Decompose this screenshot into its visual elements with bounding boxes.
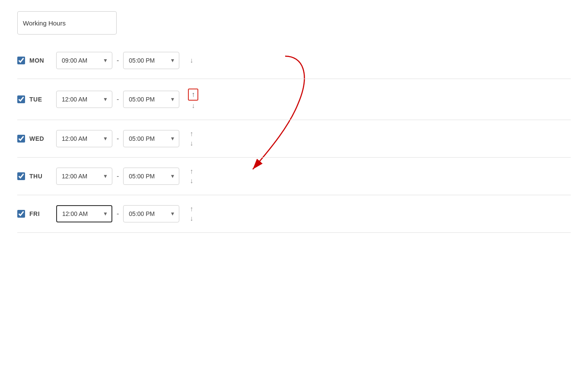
end-time-select-fri[interactable]: 12:00 AM12:30 AM01:00 AM01:30 AM02:00 AM… <box>123 205 179 222</box>
day-label-mon: MON <box>29 57 47 64</box>
checkbox-wrapper-fri: FRI <box>17 210 56 218</box>
checkbox-fri[interactable] <box>17 210 25 218</box>
down-button-fri[interactable]: ↓ <box>188 214 195 223</box>
start-time-select-tue[interactable]: 12:00 AM12:30 AM01:00 AM01:30 AM02:00 AM… <box>56 91 112 108</box>
day-row-fri: FRI12:00 AM12:30 AM01:00 AM01:30 AM02:00… <box>17 195 571 233</box>
checkbox-wrapper-wed: WED <box>17 135 56 143</box>
checkbox-wrapper-tue: TUE <box>17 95 56 103</box>
end-time-select-tue[interactable]: 12:00 AM12:30 AM01:00 AM01:30 AM02:00 AM… <box>123 91 179 108</box>
day-label-fri: FRI <box>29 210 47 217</box>
time-separator-tue: - <box>117 95 119 103</box>
end-time-select-wed[interactable]: 12:00 AM12:30 AM01:00 AM01:30 AM02:00 AM… <box>123 130 179 147</box>
day-label-tue: TUE <box>29 96 47 103</box>
arrow-controls-thu: ↑↓ <box>188 167 195 185</box>
day-row-wed: WED12:00 AM12:30 AM01:00 AM01:30 AM02:00… <box>17 120 571 158</box>
arrow-controls-fri: ↑↓ <box>188 205 195 223</box>
start-time-select-mon[interactable]: 12:00 AM12:30 AM01:00 AM01:30 AM02:00 AM… <box>56 52 112 69</box>
start-time-wrapper-wed: 12:00 AM12:30 AM01:00 AM01:30 AM02:00 AM… <box>56 130 112 147</box>
day-row-thu: THU12:00 AM12:30 AM01:00 AM01:30 AM02:00… <box>17 158 571 195</box>
schedule-name-input[interactable] <box>17 11 117 35</box>
checkbox-wed[interactable] <box>17 135 25 143</box>
arrow-controls-tue: ↑↓ <box>188 89 198 110</box>
start-time-wrapper-fri: 12:00 AM12:30 AM01:00 AM01:30 AM02:00 AM… <box>56 205 112 222</box>
up-button-fri[interactable]: ↑ <box>188 205 195 213</box>
schedule-name-section <box>17 11 571 35</box>
time-separator-mon: - <box>117 57 119 64</box>
day-row-mon: MON12:00 AM12:30 AM01:00 AM01:30 AM02:00… <box>17 48 571 79</box>
down-button-thu[interactable]: ↓ <box>188 177 195 185</box>
checkbox-thu[interactable] <box>17 172 25 180</box>
end-time-wrapper-fri: 12:00 AM12:30 AM01:00 AM01:30 AM02:00 AM… <box>123 205 179 222</box>
start-time-select-fri[interactable]: 12:00 AM12:30 AM01:00 AM01:30 AM02:00 AM… <box>56 205 112 222</box>
end-time-wrapper-tue: 12:00 AM12:30 AM01:00 AM01:30 AM02:00 AM… <box>123 91 179 108</box>
start-time-select-wed[interactable]: 12:00 AM12:30 AM01:00 AM01:30 AM02:00 AM… <box>56 130 112 147</box>
checkbox-mon[interactable] <box>17 57 25 64</box>
start-time-select-thu[interactable]: 12:00 AM12:30 AM01:00 AM01:30 AM02:00 AM… <box>56 168 112 185</box>
day-row-tue: TUE12:00 AM12:30 AM01:00 AM01:30 AM02:00… <box>17 79 571 120</box>
end-time-wrapper-thu: 12:00 AM12:30 AM01:00 AM01:30 AM02:00 AM… <box>123 168 179 185</box>
up-button-tue[interactable]: ↑ <box>188 89 198 101</box>
start-time-wrapper-thu: 12:00 AM12:30 AM01:00 AM01:30 AM02:00 AM… <box>56 168 112 185</box>
day-label-thu: THU <box>29 173 47 180</box>
start-time-wrapper-mon: 12:00 AM12:30 AM01:00 AM01:30 AM02:00 AM… <box>56 52 112 69</box>
down-button-wed[interactable]: ↓ <box>188 139 195 148</box>
arrow-controls-wed: ↑↓ <box>188 130 195 148</box>
down-button-tue[interactable]: ↓ <box>190 101 197 110</box>
arrow-controls-mon: ↓ <box>188 56 195 65</box>
start-time-wrapper-tue: 12:00 AM12:30 AM01:00 AM01:30 AM02:00 AM… <box>56 91 112 108</box>
days-container: MON12:00 AM12:30 AM01:00 AM01:30 AM02:00… <box>17 48 571 233</box>
time-separator-fri: - <box>117 210 119 218</box>
down-button-mon[interactable]: ↓ <box>188 56 195 65</box>
end-time-select-thu[interactable]: 12:00 AM12:30 AM01:00 AM01:30 AM02:00 AM… <box>123 168 179 185</box>
end-time-select-mon[interactable]: 12:00 AM12:30 AM01:00 AM01:30 AM02:00 AM… <box>123 52 179 69</box>
up-button-wed[interactable]: ↑ <box>188 130 195 138</box>
time-separator-wed: - <box>117 135 119 143</box>
end-time-wrapper-mon: 12:00 AM12:30 AM01:00 AM01:30 AM02:00 AM… <box>123 52 179 69</box>
end-time-wrapper-wed: 12:00 AM12:30 AM01:00 AM01:30 AM02:00 AM… <box>123 130 179 147</box>
days-list: MON12:00 AM12:30 AM01:00 AM01:30 AM02:00… <box>17 48 571 233</box>
checkbox-wrapper-thu: THU <box>17 172 56 180</box>
up-button-thu[interactable]: ↑ <box>188 167 195 176</box>
day-label-wed: WED <box>29 135 47 142</box>
time-separator-thu: - <box>117 172 119 180</box>
checkbox-tue[interactable] <box>17 95 25 103</box>
checkbox-wrapper-mon: MON <box>17 57 56 64</box>
